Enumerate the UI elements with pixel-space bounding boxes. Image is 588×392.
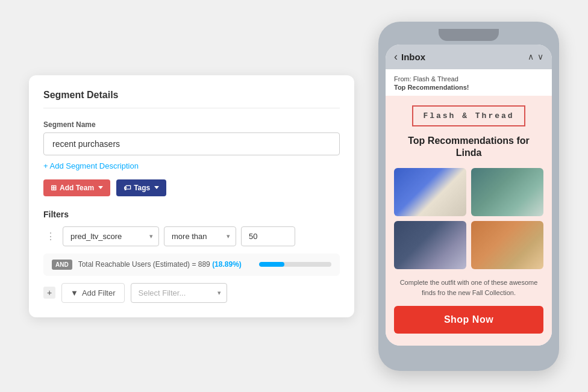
email-subject: Top Recommendations!	[394, 84, 543, 91]
reachable-percent: (18.89%)	[212, 260, 242, 269]
add-team-button[interactable]: ⊞ Add Team	[43, 179, 110, 196]
product-grid	[394, 168, 543, 269]
chevron-down-icon	[98, 186, 103, 189]
filters-label: Filters	[43, 210, 340, 219]
chevron-down-icon	[154, 186, 159, 189]
segment-name-input[interactable]	[43, 132, 340, 155]
email-from: From: Flash & Thread	[394, 75, 543, 82]
filter-field-select[interactable]: pred_ltv_score	[63, 226, 159, 246]
segment-name-label: Segment Name	[43, 120, 340, 129]
reachable-users-text: Total Reachable Users (Estimated) = 889	[78, 260, 210, 269]
filter-operator-select[interactable]: more than	[164, 226, 236, 246]
filter-value-input[interactable]	[241, 226, 295, 246]
nav-arrows: ∧ ∨	[528, 52, 543, 61]
email-headline: Top Recommendations for Linda	[394, 135, 543, 160]
tags-row: ⊞ Add Team 🏷 Tags	[43, 179, 340, 196]
back-button[interactable]: ‹	[394, 51, 398, 63]
progress-bar-fill	[259, 262, 284, 267]
select-filter-wrapper: Select Filter...	[131, 283, 227, 303]
filter-operator-wrapper: more than	[164, 226, 236, 246]
add-filter-label: Add Filter	[82, 288, 116, 297]
product-image-jacket	[471, 221, 543, 269]
product-image-fabric	[471, 168, 543, 216]
tags-button[interactable]: 🏷 Tags	[116, 179, 166, 196]
nav-down-icon[interactable]: ∨	[537, 52, 543, 61]
phone-notch	[439, 29, 499, 41]
filter-row: ⋮ pred_ltv_score more than	[43, 226, 340, 246]
phone-header: ‹ Inbox ∧ ∨	[386, 45, 552, 69]
drag-handle-icon[interactable]: ⋮	[43, 228, 58, 244]
add-team-label: Add Team	[60, 184, 94, 192]
phone-mockup: ‹ Inbox ∧ ∨ From: Flash & Thread Top Rec…	[378, 22, 559, 371]
tag-icon: 🏷	[124, 184, 131, 192]
funnel-icon: ▼	[70, 288, 78, 297]
email-copy: Complete the outfit with one of these aw…	[394, 278, 543, 297]
nav-up-icon[interactable]: ∧	[528, 52, 534, 61]
and-badge: AND	[52, 260, 72, 270]
add-filter-row: + ▼ Add Filter Select Filter...	[43, 283, 340, 303]
brand-logo: Flash & Thread	[412, 105, 525, 126]
add-filter-button[interactable]: ▼ Add Filter	[61, 283, 125, 303]
filters-section: Filters ⋮ pred_ltv_score more than AND T…	[43, 210, 340, 303]
reachable-text: Total Reachable Users (Estimated) = 889 …	[78, 260, 253, 269]
panel-title: Segment Details	[43, 90, 340, 108]
email-body: Flash & Thread Top Recommendations for L…	[386, 96, 552, 346]
product-image-sweater	[394, 221, 466, 269]
product-image-shoes	[394, 168, 466, 216]
select-filter-dropdown[interactable]: Select Filter...	[131, 283, 227, 303]
phone-inner: ‹ Inbox ∧ ∨ From: Flash & Thread Top Rec…	[386, 45, 552, 346]
email-meta: From: Flash & Thread Top Recommendations…	[386, 69, 552, 96]
inbox-label: Inbox	[401, 52, 528, 62]
filter-field-wrapper: pred_ltv_score	[63, 226, 159, 246]
team-icon: ⊞	[51, 184, 57, 192]
add-plus-icon: +	[43, 287, 55, 299]
reachable-row: AND Total Reachable Users (Estimated) = …	[43, 254, 340, 276]
segment-panel: Segment Details Segment Name + Add Segme…	[29, 75, 354, 317]
add-description-link[interactable]: + Add Segment Description	[43, 161, 139, 170]
tags-label: Tags	[134, 184, 150, 192]
shop-now-button[interactable]: Shop Now	[394, 306, 543, 334]
progress-bar	[259, 262, 331, 267]
